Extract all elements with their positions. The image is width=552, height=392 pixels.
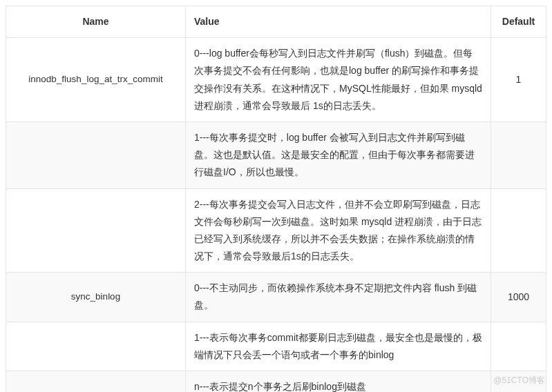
cell-default: 1 [491, 38, 546, 122]
cell-name: sync_binlog [6, 273, 186, 322]
table-row: n---表示提交n个事务之后刷binlog到磁盘 [6, 371, 546, 393]
cell-value: 0---不主动同步，而依赖操作系统本身不定期把文件内容 flush 到磁盘。 [186, 273, 491, 322]
cell-name [6, 121, 186, 188]
header-row: Name Value Default [6, 6, 546, 38]
cell-name: innodb_flush_log_at_trx_commit [6, 38, 186, 122]
cell-default: 1000 [491, 273, 546, 322]
table-row: 1---每次事务提交时，log buffer 会被写入到日志文件并刷写到磁盘。这… [6, 121, 546, 188]
cell-name [6, 371, 186, 393]
header-value: Value [186, 6, 491, 38]
cell-default [491, 322, 546, 371]
cell-default [491, 371, 546, 393]
cell-name [6, 322, 186, 371]
config-table: Name Value Default innodb_flush_log_at_t… [6, 6, 546, 392]
cell-value: 1---表示每次事务commit都要刷日志到磁盘，最安全也是最慢的，极端情况下只… [186, 322, 491, 371]
table-row: sync_binlog0---不主动同步，而依赖操作系统本身不定期把文件内容 f… [6, 273, 546, 322]
cell-value: n---表示提交n个事务之后刷binlog到磁盘 [186, 371, 491, 393]
header-default: Default [491, 6, 546, 38]
cell-value: 2---每次事务提交会写入日志文件，但并不会立即刷写到磁盘，日志文件会每秒刷写一… [186, 188, 491, 273]
header-name: Name [6, 6, 186, 38]
cell-value: 0---log buffer会每秒写入到日志文件并刷写（flush）到磁盘。但每… [186, 38, 491, 122]
cell-value: 1---每次事务提交时，log buffer 会被写入到日志文件并刷写到磁盘。这… [186, 121, 491, 188]
cell-default [491, 121, 546, 188]
table-row: 2---每次事务提交会写入日志文件，但并不会立即刷写到磁盘，日志文件会每秒刷写一… [6, 188, 546, 273]
table-row: innodb_flush_log_at_trx_commit0---log bu… [6, 38, 546, 122]
table-row: 1---表示每次事务commit都要刷日志到磁盘，最安全也是最慢的，极端情况下只… [6, 322, 546, 371]
cell-name [6, 188, 186, 273]
cell-default [491, 188, 546, 273]
